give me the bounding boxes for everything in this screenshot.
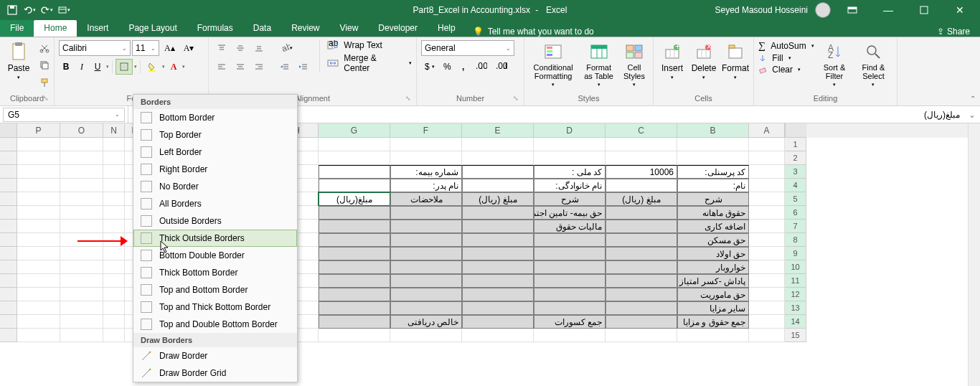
cell-P1[interactable] [17,138,60,151]
cell-G9[interactable] [319,247,390,260]
border-menu-bottom-double-border[interactable]: Bottom Double Border [133,247,297,264]
align-top-icon[interactable] [213,40,230,56]
cell-F11[interactable] [390,274,462,288]
align-center-icon[interactable] [232,59,249,75]
cell-D5[interactable]: شرح [534,192,606,206]
cell-A6[interactable] [749,206,785,220]
cell-G2[interactable] [319,151,390,165]
tab-view[interactable]: View [330,20,369,37]
col-header-O[interactable]: O [60,123,103,138]
cell-D9[interactable] [534,247,606,260]
cell-G7[interactable] [319,220,390,233]
decrease-indent-icon[interactable] [276,59,293,75]
cell-C6[interactable] [606,206,677,220]
cell-G3[interactable] [319,165,390,179]
minimize-icon[interactable]: — [874,0,903,20]
cell-F3[interactable]: شماره بیمه: [390,165,462,179]
border-menu-thick-outside-borders[interactable]: Thick Outside Borders [133,230,297,247]
cell-P9[interactable] [17,247,60,260]
col-header-N[interactable]: N [103,123,125,138]
autosum-button[interactable]: ∑ AutoSum ▾ [758,40,814,52]
find-select-button[interactable]: Find & Select▾ [854,40,892,89]
paste-button[interactable]: Paste▾ [4,40,33,82]
row-number[interactable]: 14 [785,315,806,329]
cell-B2[interactable] [677,151,749,165]
cell-B4[interactable]: نام: [677,179,749,192]
cell-C1[interactable] [606,138,677,151]
cell-G12[interactable] [319,288,390,301]
underline-button[interactable]: U [90,59,105,75]
cell-G14[interactable] [319,315,390,329]
row-number[interactable]: 1 [785,138,806,151]
cell-F1[interactable] [390,138,462,151]
align-middle-icon[interactable] [232,40,249,56]
close-icon[interactable]: ✕ [946,0,974,20]
cell-D6[interactable]: حق بیمه- تامین اجتماعی [534,206,606,220]
cell-P14[interactable] [17,315,60,329]
save-icon[interactable] [6,4,19,17]
cell-P12[interactable] [17,288,60,301]
copy-button[interactable] [36,57,53,73]
select-all-corner[interactable] [0,123,17,138]
cell-D13[interactable] [534,301,606,315]
cell-D7[interactable]: مالیات حقوق [534,220,606,233]
cell-B8[interactable]: حق مسکن [677,233,749,247]
cell-P15[interactable] [17,329,60,342]
cell-A15[interactable] [749,329,785,342]
cut-button[interactable] [36,40,53,56]
tab-data[interactable]: Data [243,20,281,37]
increase-decimal-icon[interactable]: .0.00 [472,59,491,75]
cell-P8[interactable] [17,233,60,247]
vertical-scrollbar[interactable] [968,123,980,386]
alignment-launcher-icon[interactable]: ⤡ [405,95,414,103]
cell-N1[interactable] [103,138,125,151]
cell-A11[interactable] [749,274,785,288]
cell-E14[interactable] [462,315,534,329]
border-menu-left-border[interactable]: Left Border [133,143,297,161]
cell-F7[interactable] [390,220,462,233]
row-header[interactable] [0,179,17,192]
cell-D1[interactable] [534,138,606,151]
cell-A7[interactable] [749,220,785,233]
cell-D3[interactable]: کد ملی : [534,165,606,179]
cell-F8[interactable] [390,233,462,247]
cell-C14[interactable] [606,315,677,329]
cell-A8[interactable] [749,233,785,247]
redo-icon[interactable]: ▾ [40,4,53,17]
row-number[interactable]: 6 [785,206,806,220]
undo-icon[interactable]: ▾ [23,4,36,17]
cell-F13[interactable] [390,301,462,315]
row-number[interactable]: 9 [785,247,806,260]
cell-B5[interactable]: شرح [677,192,749,206]
col-header-B[interactable]: B [677,123,749,138]
ribbon-display-icon[interactable] [838,0,867,20]
cell-O13[interactable] [60,301,103,315]
cell-D14[interactable]: جمع کسورات [534,315,606,329]
cell-G13[interactable] [319,301,390,315]
row-number[interactable]: 15 [785,329,806,342]
row-header[interactable] [0,165,17,179]
cell-C2[interactable] [606,151,677,165]
row-header[interactable] [0,220,17,233]
cell-O1[interactable] [60,138,103,151]
cell-O8[interactable] [60,233,103,247]
cell-N15[interactable] [103,329,125,342]
row-header[interactable] [0,233,17,247]
orientation-icon[interactable]: ab▾ [276,40,296,56]
font-color-button[interactable]: A [166,59,181,75]
align-left-icon[interactable] [213,59,230,75]
cell-N3[interactable] [103,165,125,179]
cell-F4[interactable]: نام پدر: [390,179,462,192]
font-size-combo[interactable]: 11⌄ [132,40,159,56]
cell-O5[interactable] [60,192,103,206]
tab-developer[interactable]: Developer [368,20,428,37]
increase-font-icon[interactable]: A▴ [161,40,179,56]
cell-A10[interactable] [749,260,785,274]
cell-A9[interactable] [749,247,785,260]
cell-P10[interactable] [17,260,60,274]
cell-E8[interactable] [462,233,534,247]
format-painter-button[interactable] [36,75,53,90]
cell-E15[interactable] [462,329,534,342]
col-header-F[interactable]: F [390,123,462,138]
cell-P6[interactable] [17,206,60,220]
